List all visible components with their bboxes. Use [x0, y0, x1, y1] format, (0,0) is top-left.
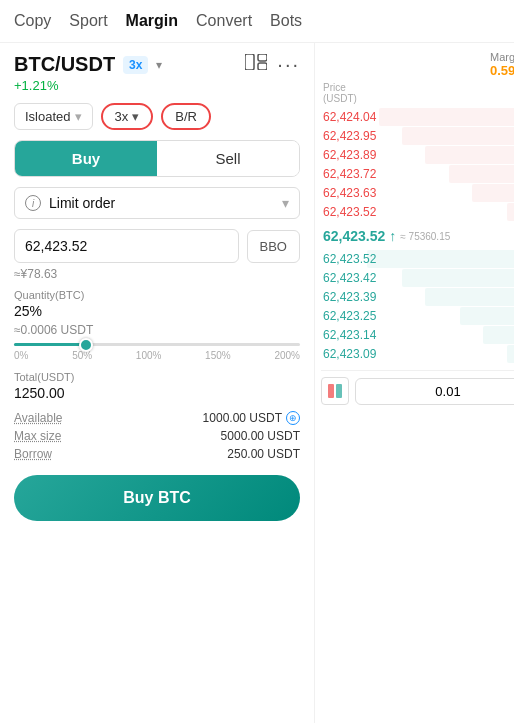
mode-selector[interactable]: Isloated ▾	[14, 103, 93, 130]
slider-label-0: 0%	[14, 350, 28, 361]
quantity-label: Quantity(BTC)	[14, 289, 300, 301]
quantity-value: 25%	[14, 303, 300, 319]
order-type-label: Limit order	[49, 195, 115, 211]
bid-row-2[interactable]: 62,423.42 1.0279	[321, 269, 514, 287]
bid-row-3[interactable]: 62,423.39 1.0279	[321, 288, 514, 306]
buy-sell-tabs: Buy Sell	[14, 140, 300, 177]
total-label: Total(USDT)	[14, 371, 300, 383]
mid-arrow-icon: ↑	[389, 228, 396, 244]
svg-rect-1	[258, 54, 267, 61]
br-label: B/R	[175, 109, 197, 124]
ask-row-4[interactable]: 62,423.72 1.0279	[321, 165, 514, 183]
svg-rect-2	[258, 63, 267, 70]
controls-row: Isloated ▾ 3x ▾ B/R	[14, 103, 300, 130]
br-selector[interactable]: B/R	[161, 103, 211, 130]
mode-chevron-icon: ▾	[75, 109, 82, 124]
available-info-icon[interactable]: ⊕	[286, 411, 300, 425]
borrow-label: Borrow	[14, 447, 52, 461]
slider-label-50: 50%	[72, 350, 92, 361]
order-type-selector[interactable]: i Limit order ▾	[14, 187, 300, 219]
nav-margin[interactable]: Margin	[126, 8, 178, 34]
ask-row-1[interactable]: 62,424.04 1.0279	[321, 108, 514, 126]
nav-sport[interactable]: Sport	[69, 8, 107, 34]
nav-copy[interactable]: Copy	[14, 8, 51, 34]
approx-yen: ≈¥78.63	[14, 267, 300, 281]
bid-price-4: 62,423.25	[323, 309, 376, 323]
chevron-down-icon[interactable]: ▾	[156, 58, 162, 72]
leverage-badge: 3x	[123, 56, 148, 74]
bid-row-4[interactable]: 62,423.25 1.0279	[321, 307, 514, 325]
pair-name: BTC/USDT	[14, 53, 115, 76]
ask-price-1: 62,424.04	[323, 110, 376, 124]
header-icons: ···	[245, 53, 300, 76]
total-value: 1250.00	[14, 385, 300, 401]
bid-price-2: 62,423.42	[323, 271, 376, 285]
top-nav: Copy Sport Margin Convert Bots	[0, 0, 514, 43]
nav-convert[interactable]: Convert	[196, 8, 252, 34]
bid-price-6: 62,423.09	[323, 347, 376, 361]
maxsize-value: 5000.00 USDT	[221, 429, 300, 443]
buy-btc-button[interactable]: Buy BTC	[14, 475, 300, 521]
svg-rect-0	[245, 54, 254, 70]
ask-price-4: 62,423.72	[323, 167, 376, 181]
asks-list: 62,424.04 1.0279 62,423.95 1.0279 62,423…	[321, 108, 514, 222]
slider-label-100: 100%	[136, 350, 162, 361]
ask-row-5[interactable]: 62,423.63 1.0279	[321, 184, 514, 202]
ob-price-header: Price (USDT)	[323, 82, 357, 104]
leverage-selector[interactable]: 3x ▾	[101, 103, 154, 130]
ask-price-3: 62,423.89	[323, 148, 376, 162]
borrow-row: Borrow 250.00 USDT	[14, 447, 300, 461]
slider-label-150: 150%	[205, 350, 231, 361]
tab-buy[interactable]: Buy	[15, 141, 157, 176]
bids-list: 62,423.52 1.0279 62,423.42 1.0279 62,423…	[321, 250, 514, 364]
leverage-label: 3x	[115, 109, 129, 124]
ob-type-icon[interactable]	[321, 377, 349, 405]
ob-size-input[interactable]	[355, 378, 514, 405]
slider-thumb	[79, 338, 93, 352]
bbo-button[interactable]: BBO	[247, 230, 300, 263]
mid-price-row: 62,423.52 ↑ ≈ 75360.15 ›	[321, 224, 514, 248]
ask-row-2[interactable]: 62,423.95 1.0279	[321, 127, 514, 145]
slider-track	[14, 343, 300, 346]
approx-btc: ≈0.0006 USDT	[14, 323, 300, 337]
margin-level-row: Margin Level 0.59 😐	[321, 51, 514, 78]
borrow-value: 250.00 USDT	[227, 447, 300, 461]
tab-sell[interactable]: Sell	[157, 141, 299, 176]
ask-price-6: 62,423.52	[323, 205, 376, 219]
bid-row-5[interactable]: 62,423.14 1.0279	[321, 326, 514, 344]
orderbook-header: Price (USDT) Amount (BTC)	[321, 82, 514, 104]
price-row: BBO	[14, 229, 300, 263]
margin-level-label: Margin Level	[490, 51, 514, 63]
ask-row-3[interactable]: 62,423.89 1.0279	[321, 146, 514, 164]
slider-fill	[14, 343, 86, 346]
mid-price: 62,423.52	[323, 228, 385, 244]
right-panel: Margin Level 0.59 😐 Price (USDT) Amount …	[315, 43, 514, 723]
info-icon: i	[25, 195, 41, 211]
bid-row-1[interactable]: 62,423.52 1.0279	[321, 250, 514, 268]
orderbook-bottom-controls: ▾	[321, 370, 514, 405]
leverage-chevron-icon: ▾	[132, 109, 139, 124]
svg-rect-4	[336, 384, 342, 398]
pair-title[interactable]: BTC/USDT 3x ▾	[14, 53, 162, 76]
bid-price-5: 62,423.14	[323, 328, 376, 342]
more-icon[interactable]: ···	[277, 53, 300, 76]
nav-bots[interactable]: Bots	[270, 8, 302, 34]
price-input[interactable]	[14, 229, 239, 263]
ask-price-2: 62,423.95	[323, 129, 376, 143]
mode-label: Isloated	[25, 109, 71, 124]
maxsize-row: Max size 5000.00 USDT	[14, 429, 300, 443]
slider-label-200: 200%	[274, 350, 300, 361]
margin-level-value: 0.59 😐	[490, 63, 514, 78]
layout-icon[interactable]	[245, 54, 267, 75]
slider-labels: 0% 50% 100% 150% 200%	[14, 350, 300, 361]
mid-approx: ≈ 75360.15	[400, 231, 450, 242]
mid-price-left: 62,423.52 ↑ ≈ 75360.15	[323, 228, 450, 244]
main-layout: BTC/USDT 3x ▾ ··· +1.21% Isloat	[0, 43, 514, 723]
bid-row-6[interactable]: 62,423.09 1.0279	[321, 345, 514, 363]
available-value: 1000.00 USDT ⊕	[203, 411, 300, 425]
maxsize-label: Max size	[14, 429, 61, 443]
ask-row-6[interactable]: 62,423.52 1.0279	[321, 203, 514, 221]
order-type-chevron-icon: ▾	[282, 195, 289, 211]
quantity-slider[interactable]	[14, 343, 300, 346]
pair-header: BTC/USDT 3x ▾ ···	[14, 53, 300, 76]
